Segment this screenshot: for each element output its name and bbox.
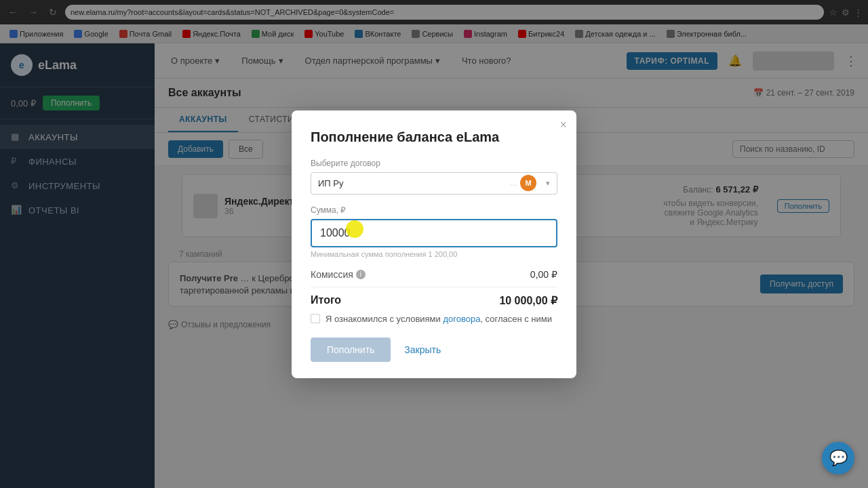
total-value: 10 000,00 ₽ [499, 294, 557, 307]
amount-hint: Минимальная сумма пополнения 1 200,00 [311, 250, 557, 258]
chat-btn[interactable]: 💬 [822, 442, 854, 474]
amount-label: Сумма, ₽ [311, 205, 557, 215]
modal-topup-btn[interactable]: Пополнить [311, 338, 391, 362]
modal-divider [311, 287, 557, 287]
amount-input[interactable] [311, 219, 557, 247]
contract-value: ИП Ру [311, 173, 507, 194]
agreement-row: Я ознакомился с условиями договора, согл… [311, 314, 557, 324]
modal-close-btn[interactable]: × [559, 119, 567, 131]
total-row: Итого 10 000,00 ₽ [311, 294, 557, 307]
total-label: Итого [311, 294, 341, 306]
agreement-link[interactable]: договора [443, 314, 480, 324]
modal-overlay[interactable]: × Пополнение баланса eLama Выберите дого… [0, 0, 868, 488]
modal-actions: Пополнить Закрыть [311, 338, 557, 362]
modal-close-text-btn[interactable]: Закрыть [399, 338, 446, 362]
agreement-checkbox[interactable] [311, 314, 320, 323]
agreement-text: Я ознакомился с условиями договора, согл… [326, 314, 552, 324]
contract-label: Выберите договор [311, 159, 557, 168]
contract-dropdown-arrow[interactable]: ▾ [539, 174, 557, 193]
chat-icon: 💬 [829, 449, 848, 467]
commission-row: Комиссия i 0,00 ₽ [311, 269, 557, 280]
commission-info-icon[interactable]: i [356, 270, 366, 279]
commission-value: 0,00 ₽ [530, 269, 557, 280]
topup-modal: × Пополнение баланса eLama Выберите дого… [292, 110, 576, 378]
contract-select[interactable]: ИП Ру … М ▾ [311, 172, 557, 195]
contract-avatar: М [520, 175, 536, 191]
modal-title: Пополнение баланса eLama [311, 129, 557, 145]
contract-dots: … [507, 178, 520, 188]
commission-label: Комиссия i [311, 269, 366, 280]
